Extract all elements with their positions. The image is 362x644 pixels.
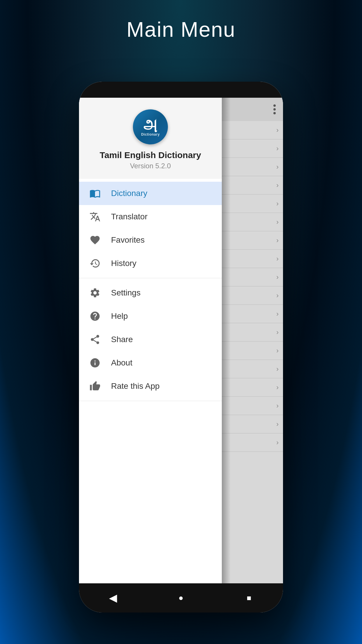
page-title: Main Menu	[126, 18, 236, 41]
menu-item-favorites[interactable]: Favorites	[79, 228, 222, 252]
phone-body: அ Dictionary Tamil English Dictionary Ve…	[79, 82, 283, 612]
chevron-right-icon: ›	[276, 144, 279, 153]
list-row[interactable]: ›	[222, 323, 283, 342]
list-row[interactable]: ›	[222, 231, 283, 250]
chevron-right-icon: ›	[276, 181, 279, 189]
chevron-right-icon: ›	[276, 218, 279, 226]
help-icon	[88, 309, 102, 323]
list-row[interactable]: ›	[222, 415, 283, 433]
chevron-right-icon: ›	[276, 383, 279, 391]
app-logo: அ Dictionary	[133, 109, 168, 144]
menu-label-history: History	[111, 259, 136, 268]
menu-item-rate[interactable]: Rate this App	[79, 374, 222, 398]
list-row[interactable]: ›	[222, 213, 283, 231]
menu-label-dictionary: Dictionary	[111, 189, 147, 198]
list-row[interactable]: ›	[222, 195, 283, 213]
app-content: அ Dictionary Tamil English Dictionary Ve…	[79, 98, 283, 583]
about-icon	[88, 356, 102, 370]
navigation-drawer: அ Dictionary Tamil English Dictionary Ve…	[79, 98, 222, 583]
chevron-right-icon: ›	[276, 328, 279, 336]
chevron-right-icon: ›	[276, 365, 279, 373]
menu-label-share: Share	[111, 335, 133, 344]
chevron-right-icon: ›	[276, 163, 279, 171]
chevron-right-icon: ›	[276, 255, 279, 263]
list-row[interactable]: ›	[222, 176, 283, 195]
phone-wrapper: அ Dictionary Tamil English Dictionary Ve…	[79, 82, 283, 612]
chevron-right-icon: ›	[276, 273, 279, 281]
recents-button[interactable]: ■	[240, 589, 258, 607]
menu-label-settings: Settings	[111, 288, 140, 298]
right-panel-header	[222, 98, 283, 121]
drawer-header: அ Dictionary Tamil English Dictionary Ve…	[79, 98, 222, 179]
list-row[interactable]: ›	[222, 121, 283, 139]
chevron-right-icon: ›	[276, 346, 279, 355]
menu-item-dictionary[interactable]: Dictionary	[79, 182, 222, 205]
favorites-icon	[88, 233, 102, 247]
menu-item-translator[interactable]: Translator	[79, 205, 222, 228]
menu-divider-2	[79, 401, 222, 401]
drawer-shadow	[222, 98, 231, 583]
recents-icon: ■	[247, 594, 251, 603]
list-row[interactable]: ›	[222, 342, 283, 360]
translator-icon	[88, 209, 102, 224]
chevron-right-icon: ›	[276, 126, 279, 134]
chevron-right-icon: ›	[276, 402, 279, 410]
menu-item-history[interactable]: History	[79, 252, 222, 275]
logo-sub-text: Dictionary	[141, 133, 160, 136]
chevron-right-icon: ›	[276, 438, 279, 447]
chevron-right-icon: ›	[276, 200, 279, 208]
chevron-right-icon: ›	[276, 420, 279, 428]
menu-label-rate: Rate this App	[111, 382, 160, 391]
menu-label-favorites: Favorites	[111, 235, 145, 245]
list-row[interactable]: ›	[222, 286, 283, 305]
rate-icon	[88, 379, 102, 393]
menu-label-about: About	[111, 358, 132, 368]
logo-tamil-text: அ	[144, 118, 157, 132]
menu-item-settings[interactable]: Settings	[79, 281, 222, 304]
list-row[interactable]: ›	[222, 250, 283, 268]
list-row[interactable]: ›	[222, 378, 283, 397]
menu-item-about[interactable]: About	[79, 351, 222, 374]
chevron-right-icon: ›	[276, 236, 279, 244]
list-row[interactable]: ›	[222, 397, 283, 415]
right-panel: › › › › › › › › › › › › › › › › ›	[222, 98, 283, 583]
menu-label-translator: Translator	[111, 212, 147, 221]
share-icon	[88, 332, 102, 347]
home-icon: ●	[179, 593, 184, 603]
home-button[interactable]: ●	[172, 589, 190, 607]
settings-icon	[88, 286, 102, 300]
overflow-menu-button[interactable]	[272, 103, 277, 116]
back-icon: ◀	[109, 592, 117, 604]
app-version: Version 5.2.0	[130, 162, 171, 170]
menu-item-share[interactable]: Share	[79, 328, 222, 351]
app-name: Tamil English Dictionary	[100, 150, 201, 160]
history-icon	[88, 256, 102, 271]
chevron-right-icon: ›	[276, 291, 279, 300]
list-rows: › › › › › › › › › › › › › › › › ›	[222, 121, 283, 583]
chevron-right-icon: ›	[276, 310, 279, 318]
list-row[interactable]: ›	[222, 158, 283, 176]
menu-divider-1	[79, 278, 222, 278]
list-row[interactable]: ›	[222, 433, 283, 452]
list-row[interactable]: ›	[222, 360, 283, 378]
drawer-menu: Dictionary Translator	[79, 179, 222, 583]
menu-label-help: Help	[111, 312, 128, 321]
list-row[interactable]: ›	[222, 139, 283, 158]
list-row[interactable]: ›	[222, 268, 283, 286]
menu-item-help[interactable]: Help	[79, 304, 222, 328]
back-button[interactable]: ◀	[104, 589, 122, 607]
navigation-bar: ◀ ● ■	[79, 583, 283, 612]
status-bar	[79, 82, 283, 98]
dictionary-icon	[88, 186, 102, 201]
list-row[interactable]: ›	[222, 305, 283, 323]
